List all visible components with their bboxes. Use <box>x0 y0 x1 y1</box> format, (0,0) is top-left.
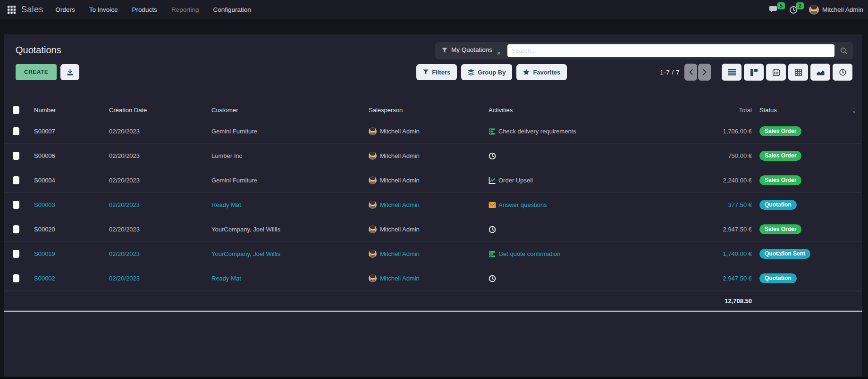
status-badge: Quotation <box>759 273 797 283</box>
column-header-total[interactable]: Total <box>660 107 752 114</box>
user-avatar <box>809 5 819 15</box>
table-row[interactable]: S00020 02/20/2023 YourCompany, Joel Will… <box>4 217 862 242</box>
nav-item-orders[interactable]: Orders <box>56 6 75 13</box>
table-row[interactable]: S00003 02/20/2023 Ready Mat Mitchell Adm… <box>4 193 862 217</box>
pager-prev-button[interactable] <box>684 64 697 81</box>
row-checkbox[interactable] <box>13 225 19 233</box>
activity-cell[interactable]: Get quote confirmation <box>488 250 660 258</box>
graph-view-button[interactable] <box>810 64 830 81</box>
view-switcher <box>722 64 852 81</box>
list-view-button[interactable] <box>722 64 742 81</box>
apps-grid-icon[interactable] <box>8 6 16 14</box>
table-row[interactable]: S00019 02/20/2023 YourCompany, Joel Will… <box>4 242 862 266</box>
favorites-label: Favorites <box>533 69 560 76</box>
nav-item-products[interactable]: Products <box>132 6 157 13</box>
column-header-number[interactable]: Number <box>33 107 108 114</box>
main-menu: Orders To Invoice Products Reporting Con… <box>56 6 251 13</box>
table-footer: 12,708.50 <box>4 291 862 312</box>
funnel-icon <box>423 69 429 75</box>
status-badge: Sales Order <box>759 175 801 185</box>
total-amount: 1,740.00 € <box>660 250 752 257</box>
total-amount: 377.50 € <box>660 201 752 208</box>
messages-count-badge: 5 <box>777 2 785 9</box>
activities-button[interactable]: 2 <box>786 5 801 15</box>
creation-date: 02/20/2023 <box>108 250 211 257</box>
table-row[interactable]: S00002 02/20/2023 Ready Mat Mitchell Adm… <box>4 266 862 291</box>
quotation-number: S00004 <box>33 177 108 184</box>
salesperson-name: Mitchell Admin <box>380 177 420 184</box>
status-badge: Sales Order <box>759 151 801 161</box>
download-icon <box>67 69 74 76</box>
activity-cell[interactable]: Check delivery requirements <box>488 128 660 135</box>
filter-facet[interactable]: My Quotations × <box>442 42 501 59</box>
activity-cell[interactable]: Order Upsell <box>488 177 660 184</box>
filters-button[interactable]: Filters <box>416 64 457 80</box>
activity-label: Get quote confirmation <box>498 250 561 257</box>
table-row[interactable]: S00006 02/20/2023 Lumber Inc Mitchell Ad… <box>4 144 862 168</box>
search-icon[interactable] <box>838 47 850 55</box>
table-row[interactable]: S00004 02/20/2023 Gemini Furniture Mitch… <box>4 168 862 193</box>
activity-cell[interactable]: Answer questions <box>488 201 660 208</box>
customer-name: YourCompany, Joel Willis <box>211 250 368 257</box>
activity-cell[interactable] <box>488 152 660 160</box>
app-name[interactable]: Sales <box>21 5 43 15</box>
salesperson-name: Mitchell Admin <box>380 152 420 159</box>
row-checkbox[interactable] <box>13 250 19 258</box>
total-amount: 2,947.50 € <box>660 226 752 233</box>
column-header-creation-date[interactable]: Creation Date <box>108 107 211 114</box>
salesperson-avatar <box>369 201 377 209</box>
column-header-status[interactable]: Status <box>752 107 862 114</box>
facet-label: My Quotations <box>451 46 492 53</box>
column-header-salesperson[interactable]: Salesperson <box>368 107 488 114</box>
column-header-customer[interactable]: Customer <box>211 107 368 114</box>
calendar-view-button[interactable] <box>766 64 786 81</box>
kanban-view-button[interactable] <box>744 64 764 81</box>
status-badge: Sales Order <box>759 126 801 136</box>
total-amount: 750.00 € <box>660 152 752 159</box>
row-checkbox[interactable] <box>13 201 19 209</box>
customer-name: YourCompany, Joel Willis <box>211 226 368 233</box>
pivot-view-button[interactable] <box>788 64 808 81</box>
nav-item-configuration[interactable]: Configuration <box>213 6 251 13</box>
create-button[interactable]: CREATE <box>16 64 57 80</box>
customer-name: Gemini Furniture <box>211 177 368 184</box>
nav-item-to-invoice[interactable]: To Invoice <box>89 6 118 13</box>
facet-remove-button[interactable]: × <box>497 49 501 57</box>
customer-name: Lumber Inc <box>211 152 368 159</box>
status-badge: Quotation <box>759 200 797 210</box>
table-row[interactable]: S00007 02/20/2023 Gemini Furniture Mitch… <box>4 119 862 144</box>
group-by-button[interactable]: Group By <box>461 64 512 80</box>
row-checkbox[interactable] <box>13 152 19 160</box>
messages-button[interactable]: 5 <box>767 5 782 15</box>
search-input[interactable] <box>507 44 834 57</box>
activity-view-icon <box>839 69 846 76</box>
pager-next-button[interactable] <box>698 64 711 81</box>
activity-cell[interactable] <box>488 275 660 282</box>
user-name: Mitchell Admin <box>822 6 863 13</box>
select-all-checkbox[interactable] <box>13 106 19 114</box>
salesperson-name: Mitchell Admin <box>380 226 420 233</box>
clock-icon <box>489 152 496 160</box>
row-checkbox[interactable] <box>13 274 19 282</box>
download-button[interactable] <box>60 64 79 80</box>
total-sum: 12,708.50 <box>660 297 752 305</box>
row-checkbox[interactable] <box>13 176 19 184</box>
status-badge: Quotation Sent <box>759 249 810 259</box>
creation-date: 02/20/2023 <box>108 226 211 233</box>
user-menu[interactable]: Mitchell Admin <box>809 5 863 15</box>
activity-cell[interactable] <box>488 226 660 233</box>
list-view-icon <box>728 69 736 75</box>
tasks-icon <box>489 250 496 258</box>
favorites-button[interactable]: Favorites <box>516 64 567 80</box>
customer-name: Ready Mat <box>211 201 368 208</box>
activity-view-button[interactable] <box>833 64 852 81</box>
top-nav: Sales Orders To Invoice Products Reporti… <box>0 0 868 19</box>
row-checkbox[interactable] <box>13 127 19 135</box>
optional-columns-toggle[interactable]: –⇥ <box>851 106 856 114</box>
calendar-view-icon <box>773 69 780 76</box>
column-header-activities[interactable]: Activities <box>488 107 660 114</box>
quotation-number: S00007 <box>33 128 108 135</box>
nav-item-reporting[interactable]: Reporting <box>171 6 199 13</box>
table-body: S00007 02/20/2023 Gemini Furniture Mitch… <box>4 119 862 291</box>
creation-date: 02/20/2023 <box>108 128 211 135</box>
